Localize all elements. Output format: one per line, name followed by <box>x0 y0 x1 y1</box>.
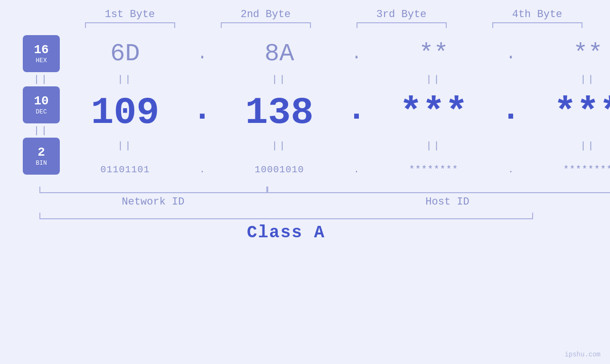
byte2-header: 2nd Byte <box>208 9 323 20</box>
dec-badge: 10 DEC <box>23 86 60 123</box>
main-container: 1st Byte 2nd Byte 3rd Byte 4th Byte <box>0 0 610 364</box>
hex-byte1: 6D <box>60 40 190 68</box>
dec-to-bin-equals: || <box>34 125 49 136</box>
equals-row-1: || || || || <box>60 70 610 89</box>
dec-sep2: . <box>345 93 368 131</box>
dec-sep3: . <box>499 93 523 131</box>
network-id-bracket <box>39 187 267 193</box>
eq2-b1: || <box>60 140 190 151</box>
eq2-b4: || <box>523 140 610 151</box>
badges-column: 16 HEX || 10 DEC || 2 BIN <box>23 37 60 184</box>
bin-badge: 2 BIN <box>23 138 60 175</box>
eq1-b2: || <box>214 74 345 85</box>
bottom-brackets <box>39 187 610 193</box>
dec-sep1: . <box>190 93 214 131</box>
eq1-b4: || <box>523 74 610 85</box>
bin-byte4: ******** <box>523 164 610 175</box>
labels-row: Network ID Host ID <box>39 196 610 208</box>
bin-byte1: 01101101 <box>60 164 190 175</box>
dec-byte3: *** <box>368 91 499 134</box>
footer-bracket-row <box>39 213 610 219</box>
host-id-label: Host ID <box>267 196 610 208</box>
dec-byte4: *** <box>523 91 610 134</box>
hex-badge: 16 HEX <box>23 35 60 72</box>
bin-row: 01101101 . 10001010 . ******** . *******… <box>60 155 610 184</box>
host-id-bracket <box>267 187 610 193</box>
network-id-label: Network ID <box>39 196 267 208</box>
byte1-top-bracket <box>73 22 188 28</box>
watermark: ipshu.com <box>564 351 601 358</box>
hex-sep1: . <box>190 44 214 64</box>
class-label: Class A <box>39 223 533 243</box>
hex-sep2: . <box>345 44 368 64</box>
byte2-top-bracket <box>208 22 323 28</box>
eq2-b2: || <box>214 140 345 151</box>
byte1-header: 1st Byte <box>73 9 188 20</box>
byte3-header: 3rd Byte <box>344 9 459 20</box>
byte4-header: 4th Byte <box>480 9 595 20</box>
byte3-top-bracket <box>344 22 459 28</box>
bin-sep2: . <box>345 164 368 175</box>
eq1-b1: || <box>60 74 190 85</box>
hex-byte4: ** <box>523 40 610 68</box>
byte4-top-bracket <box>480 22 595 28</box>
footer-bracket <box>39 213 533 219</box>
dec-byte1: 109 <box>60 91 190 134</box>
dec-row: 109 . 138 . *** . *** <box>60 89 610 136</box>
eq1-b3: || <box>368 74 499 85</box>
hex-byte2: 8A <box>214 40 345 68</box>
hex-to-dec-equals: || <box>34 74 49 85</box>
bin-sep1: . <box>190 164 214 175</box>
bin-sep3: . <box>499 164 523 175</box>
hex-byte3: ** <box>368 40 499 68</box>
equals-row-2: || || || || <box>60 136 610 155</box>
eq2-b3: || <box>368 140 499 151</box>
bin-byte3: ******** <box>368 164 499 175</box>
bin-byte2: 10001010 <box>214 164 345 175</box>
dec-byte2: 138 <box>214 91 345 134</box>
bottom-section: Network ID Host ID Class A <box>39 187 610 243</box>
hex-sep3: . <box>499 44 523 64</box>
hex-row: 6D . 8A . ** . ** <box>60 37 610 70</box>
data-columns: 6D . 8A . ** . ** || || || || 109 <box>60 33 610 184</box>
